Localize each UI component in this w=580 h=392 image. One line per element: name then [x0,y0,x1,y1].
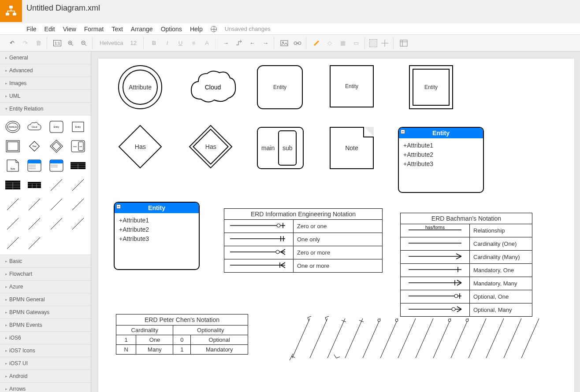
drawing-canvas[interactable]: Attribute Cloud Entity Entity Entity Has… [98,59,574,392]
palette-table-small[interactable] [25,176,45,194]
shape-entity-rect[interactable]: Entity [330,65,374,107]
menu-text[interactable]: Text [112,26,123,33]
shape-attribute[interactable]: Attribute [118,65,162,109]
sidebar-section-bpmn-events[interactable]: BPMN Events [0,319,91,332]
font-size-select[interactable]: 12 [127,40,141,46]
palette-entity-table-blue2[interactable] [46,157,67,174]
document-title[interactable]: Untitled Diagram.xml [26,0,580,13]
menu-options[interactable]: Options [161,26,182,33]
connection-arrow-button[interactable]: → [220,37,231,49]
palette-line-3[interactable] [3,196,23,213]
link-button[interactable] [292,37,303,49]
menu-help[interactable]: Help [190,26,203,33]
shape-note[interactable]: Note [330,127,374,169]
delete-button[interactable]: 🗑 [33,37,44,49]
palette-table-black[interactable] [68,157,89,174]
palette-line-5[interactable] [46,196,67,213]
sidebar-section-ios7-ui[interactable]: iOS7 UI [0,357,91,370]
font-color-button[interactable]: A [201,37,212,49]
grid-button[interactable] [369,39,377,47]
sidebar-section-uml[interactable]: UML [0,90,91,103]
palette-line-2[interactable] [68,176,89,194]
zoom-actual-button[interactable]: 1:1 [52,37,63,49]
sidebar-section-bpmn-gateways[interactable]: BPMN Gateways [0,306,91,319]
chen-1-2: 1 [173,345,191,355]
palette-has-double-diamond[interactable] [46,137,67,155]
menu-edit[interactable]: Edit [45,26,55,33]
palette-attribute[interactable]: Attribute [3,118,23,136]
shape-entity-table-1[interactable]: −Entity +Attribute1 +Attribute2 +Attribu… [398,127,484,193]
shape-has-double-diamond[interactable]: Has [195,131,226,162]
redo-button[interactable]: ↷ [19,37,31,49]
underline-button[interactable]: U [175,37,186,49]
bachman-notation-table[interactable]: ERD Bachman's Notation has/formsRelation… [400,213,532,317]
menu-view[interactable]: View [63,26,76,33]
palette-line-7[interactable] [3,215,23,233]
menu-file[interactable]: File [26,26,37,33]
align-button[interactable]: ≡ [188,37,199,49]
shape-entity-rounded[interactable]: Entity [257,65,303,109]
palette-mainsub[interactable]: mainsub [68,137,89,155]
waypoint-button[interactable] [233,37,245,49]
shape-entity-double[interactable]: Entity [409,65,453,109]
palette-entity-double[interactable] [3,137,23,155]
sidebar-section-basic[interactable]: Basic [0,255,91,268]
sidebar-section-images[interactable]: Images [0,77,91,90]
sidebar-section-entity-relation[interactable]: Entity Relation [0,103,91,115]
language-icon[interactable] [211,26,217,32]
fill-color-button[interactable]: ◇ [324,37,335,49]
zoom-in-button[interactable] [65,37,76,49]
palette-table-black2[interactable] [3,176,23,194]
palette-has-diamond[interactable]: Has [25,137,45,155]
collapse-icon[interactable]: − [116,204,121,209]
palette-line-9[interactable] [46,215,67,233]
sidebar-section-advanced[interactable]: Advanced [0,64,91,77]
palette-entity-rect[interactable]: Entity [68,118,89,136]
shape-cloud[interactable]: Cloud [189,67,237,107]
sidebar-section-ios7-icons[interactable]: iOS7 Icons [0,344,91,357]
palette-line-1[interactable] [46,176,67,194]
shape-has-diamond[interactable]: Has [125,131,156,162]
sidebar-section-arrows[interactable]: Arrows [0,383,91,392]
shape-mainsub[interactable]: mainsub [257,127,304,169]
stroke-color-button[interactable] [311,37,322,49]
shadow-button[interactable]: ▦ [337,37,349,49]
sidebar-section-ios6[interactable]: iOS6 [0,332,91,344]
undo-button[interactable]: ↶ [6,37,18,49]
sidebar-section-azure[interactable]: Azure [0,281,91,293]
shape-sidebar: General Advanced Images UML Entity Relat… [0,52,91,392]
sidebar-section-general[interactable]: General [0,52,91,64]
palette-entity-rounded[interactable]: Entity [46,118,67,136]
palette-line-6[interactable] [68,196,89,213]
palette-line-4[interactable] [25,196,45,213]
sidebar-section-flowchart[interactable]: Flowchart [0,268,91,281]
chen-notation-table[interactable]: ERD Peter Chen's Notation CardinalityOpt… [116,314,248,355]
canvas-viewport[interactable]: Attribute Cloud Entity Entity Entity Has… [91,52,580,392]
zoom-out-button[interactable] [78,37,89,49]
svg-line-90 [281,263,285,265]
gradient-button[interactable]: ▭ [350,37,362,49]
palette-note[interactable]: Note [3,157,23,174]
sidebar-section-android[interactable]: Android [0,370,91,383]
bold-button[interactable]: B [148,37,160,49]
menu-arrange[interactable]: Arrange [131,26,153,33]
ie-notation-table[interactable]: ERD Information Engineering Notation Zer… [224,208,383,273]
sidebar-section-bpmn-general[interactable]: BPMN General [0,293,91,306]
menu-format[interactable]: Format [84,26,104,33]
image-button[interactable] [279,37,290,49]
guides-button[interactable] [379,37,390,49]
palette-entity-table-blue[interactable] [25,157,45,174]
palette-line-10[interactable] [68,215,89,233]
italic-button[interactable]: I [161,37,173,49]
palette-line-8[interactable] [25,215,45,233]
collapse-icon[interactable]: − [401,129,405,134]
shape-entity-table-2[interactable]: −Entity +Attribute1 +Attribute2 +Attribu… [114,202,200,270]
line-end-button[interactable]: → [260,37,271,49]
line-start-button[interactable]: ← [246,37,258,49]
layout-button[interactable] [398,37,409,49]
palette-line-12[interactable] [25,234,45,252]
palette-cloud[interactable]: Cloud [25,118,45,136]
font-family-select[interactable]: Helvetica [97,40,126,46]
connector-samples[interactable] [283,314,574,367]
palette-line-11[interactable] [3,234,23,252]
